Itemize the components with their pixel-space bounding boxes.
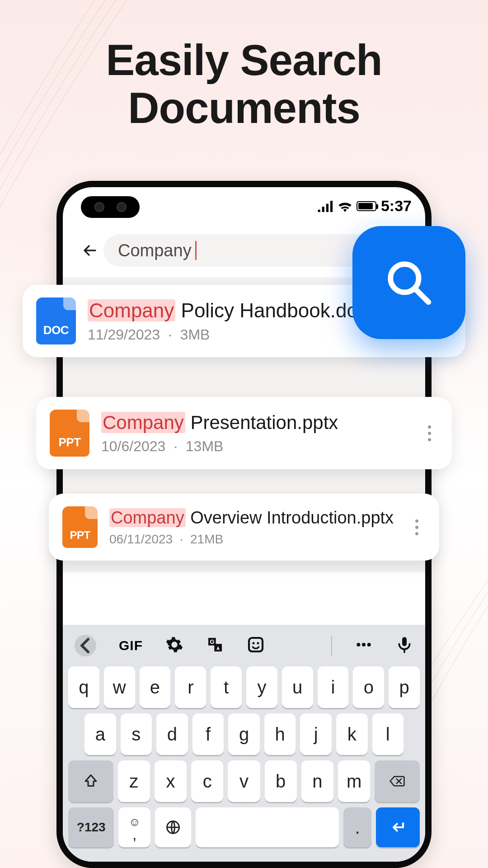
result-meta: 06/11/2023 · 21MB: [109, 532, 396, 547]
key-h[interactable]: h: [264, 713, 296, 755]
key-c[interactable]: c: [191, 760, 223, 802]
svg-rect-9: [402, 637, 407, 646]
key-y[interactable]: y: [246, 666, 277, 708]
sticker-icon: [247, 636, 265, 654]
key-w[interactable]: w: [104, 666, 135, 708]
svg-point-4: [253, 642, 255, 644]
kb-sticker-button[interactable]: [247, 636, 265, 656]
svg-point-5: [257, 642, 259, 644]
shift-icon: [83, 773, 99, 789]
key-g[interactable]: g: [228, 713, 260, 755]
key-period[interactable]: .: [343, 807, 371, 847]
key-f[interactable]: f: [192, 713, 224, 755]
key-b[interactable]: b: [265, 760, 297, 802]
key-v[interactable]: v: [228, 760, 260, 802]
status-time: 5:37: [381, 197, 412, 215]
result-meta: 10/6/2023 · 13MB: [101, 438, 408, 455]
kb-translate-button[interactable]: G: [206, 636, 224, 656]
key-backspace[interactable]: [375, 760, 420, 802]
key-n[interactable]: n: [301, 760, 333, 802]
back-button[interactable]: [76, 237, 103, 264]
wifi-icon: [338, 200, 352, 212]
more-options-icon[interactable]: [408, 519, 426, 535]
svg-point-6: [357, 643, 360, 646]
key-k[interactable]: k: [336, 713, 368, 755]
result-card[interactable]: PPT Company Overview Introduction.pptx 0…: [49, 494, 439, 561]
dots-icon: [355, 636, 373, 654]
result-info: Company Overview Introduction.pptx 06/11…: [109, 508, 396, 547]
key-enter[interactable]: [376, 807, 420, 847]
headline: Easily Search Documents: [0, 0, 488, 132]
chevron-left-icon: [75, 635, 96, 656]
battery-icon: [357, 201, 376, 211]
search-icon: [382, 255, 436, 310]
result-info: Company Presentation.pptx 10/6/2023 · 13…: [101, 411, 408, 455]
result-title: Company Overview Introduction.pptx: [109, 508, 396, 528]
doc-file-icon: DOC: [36, 297, 76, 344]
key-shift[interactable]: [68, 760, 113, 802]
ppt-file-icon: PPT: [62, 506, 98, 548]
kb-separator: [331, 636, 332, 656]
arrow-left-icon: [81, 241, 99, 259]
key-d[interactable]: d: [156, 713, 188, 755]
kb-collapse-button[interactable]: [75, 635, 96, 656]
headline-line2: Documents: [128, 84, 360, 132]
signal-icon: [317, 200, 333, 212]
svg-point-7: [362, 643, 366, 646]
kb-mic-button[interactable]: [395, 636, 413, 656]
kb-settings-button[interactable]: [165, 636, 183, 656]
key-z[interactable]: z: [118, 760, 150, 802]
result-title-rest: Presentation.pptx: [185, 412, 338, 433]
key-q[interactable]: q: [68, 666, 99, 708]
result-title-rest: Overview Introduction.pptx: [186, 508, 394, 527]
keyboard: GIF G qwertyuiop: [63, 625, 425, 862]
key-numbers[interactable]: ?123: [68, 807, 114, 847]
search-highlight: Company: [109, 508, 186, 527]
backspace-icon: [389, 773, 405, 789]
translate-icon: G: [206, 636, 224, 654]
svg-line-1: [415, 289, 428, 302]
text-caret: [195, 241, 197, 260]
enter-icon: [389, 819, 406, 835]
key-l[interactable]: l: [372, 713, 404, 755]
more-options-icon[interactable]: [420, 425, 438, 441]
phone-notch: [81, 196, 140, 218]
key-x[interactable]: x: [155, 760, 187, 802]
result-card[interactable]: PPT Company Presentation.pptx 10/6/2023 …: [36, 397, 452, 469]
headline-line1: Easily Search: [106, 36, 382, 84]
kb-gif-button[interactable]: GIF: [119, 638, 143, 653]
result-title-rest: Policy Handbook.docx: [175, 299, 378, 321]
key-a[interactable]: a: [84, 713, 116, 755]
ppt-file-icon: PPT: [50, 410, 89, 457]
kb-more-button[interactable]: [355, 636, 373, 656]
svg-rect-3: [249, 638, 263, 651]
key-p[interactable]: p: [389, 666, 420, 708]
key-s[interactable]: s: [121, 713, 152, 755]
key-o[interactable]: o: [353, 666, 384, 708]
key-comma[interactable]: ☺,: [118, 807, 150, 847]
svg-text:G: G: [210, 638, 214, 645]
keyboard-toolbar: GIF G: [68, 625, 420, 666]
key-t[interactable]: t: [211, 666, 242, 708]
result-title: Company Presentation.pptx: [101, 411, 408, 434]
key-e[interactable]: e: [140, 666, 171, 708]
key-i[interactable]: i: [318, 666, 349, 708]
search-highlight: Company: [101, 412, 185, 433]
gear-icon: [165, 636, 183, 654]
key-m[interactable]: m: [338, 760, 370, 802]
svg-point-8: [367, 643, 371, 646]
mic-icon: [395, 636, 413, 654]
key-space[interactable]: [196, 807, 339, 847]
search-query-text: Company: [118, 241, 192, 260]
key-r[interactable]: r: [175, 666, 206, 708]
key-j[interactable]: j: [300, 713, 332, 755]
status-bar: 5:37: [317, 197, 412, 215]
key-u[interactable]: u: [282, 666, 313, 708]
key-language[interactable]: [155, 807, 191, 847]
search-highlight: Company: [88, 299, 175, 321]
search-fab[interactable]: [352, 226, 465, 339]
globe-icon: [165, 819, 181, 835]
